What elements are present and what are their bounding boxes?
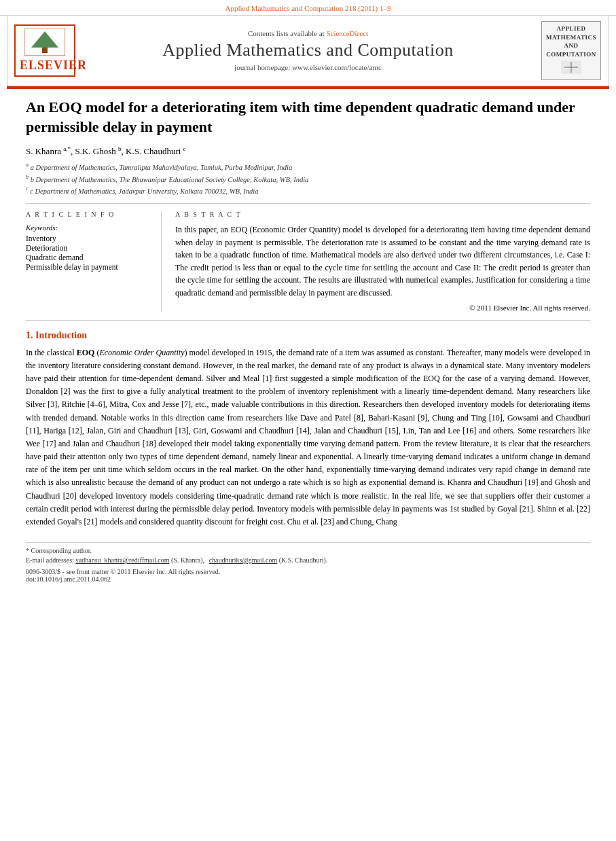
introduction-title: 1. Introduction bbox=[26, 330, 590, 341]
elsevier-logo-box: ELSEVIER bbox=[14, 24, 75, 77]
elsevier-banner: ELSEVIER Contents lists available at Sci… bbox=[7, 16, 609, 86]
elsevier-wordmark: ELSEVIER bbox=[20, 58, 70, 73]
footer-issn: 0096-3003/$ - see front matter © 2011 El… bbox=[26, 568, 590, 583]
banner-center: Contents lists available at ScienceDirec… bbox=[75, 29, 541, 71]
right-logo-icon bbox=[561, 60, 581, 74]
elsevier-tree-icon bbox=[24, 29, 65, 56]
main-content: An EOQ model for a deteriorating item wi… bbox=[0, 97, 616, 584]
article-info-header: A R T I C L E I N F O bbox=[26, 211, 154, 218]
keyword-4: Permissible delay in payment bbox=[26, 263, 154, 271]
email-link-1[interactable]: sudhansu_khanra@rediffmail.com bbox=[75, 556, 169, 564]
journal-top-bar: Applied Mathematics and Computation 218 … bbox=[0, 0, 616, 16]
affiliation-a: a a Department of Mathematics, Tamralipt… bbox=[26, 161, 590, 173]
affiliation-b: b b Department of Mathematics, The Bhawa… bbox=[26, 173, 590, 185]
corresponding-author-footnote: * Corresponding author. bbox=[26, 547, 590, 554]
article-meta: A R T I C L E I N F O Keywords: Inventor… bbox=[26, 211, 590, 312]
copyright: © 2011 Elsevier Inc. All rights reserved… bbox=[175, 304, 590, 312]
elsevier-logo: ELSEVIER bbox=[14, 24, 75, 77]
affiliations: a a Department of Mathematics, Tamralipt… bbox=[26, 161, 590, 196]
keywords-label: Keywords: bbox=[26, 223, 154, 232]
article-info-col: A R T I C L E I N F O Keywords: Inventor… bbox=[26, 211, 162, 312]
journal-title: Applied Mathematics and Computation bbox=[75, 40, 541, 60]
keyword-1: Inventory bbox=[26, 234, 154, 243]
journal-homepage: journal homepage: www.elsevier.com/locat… bbox=[75, 63, 541, 71]
introduction-paragraph-1: In the classical EOQ (Economic Order Qua… bbox=[26, 346, 590, 529]
article-title: An EOQ model for a deteriorating item wi… bbox=[26, 97, 590, 137]
sciencedirect-link: Contents lists available at ScienceDirec… bbox=[75, 29, 541, 37]
keyword-2: Deterioration bbox=[26, 244, 154, 252]
divider-2 bbox=[26, 320, 590, 321]
keyword-3: Quadratic demand bbox=[26, 253, 154, 262]
author-name: S. Khanra bbox=[26, 146, 63, 156]
footer-area: * Corresponding author. E-mail addresses… bbox=[26, 542, 590, 583]
journal-reference: Applied Mathematics and Computation 218 … bbox=[225, 4, 391, 12]
email-footnote: E-mail addresses: sudhansu_khanra@rediff… bbox=[26, 556, 590, 564]
abstract-col: A B S T R A C T In this paper, an EOQ (E… bbox=[175, 211, 590, 312]
authors-line: S. Khanra a,*, S.K. Ghosh b, K.S. Chaudh… bbox=[26, 145, 590, 157]
banner-right: APPLIEDMATHEMATICSANDCOMPUTATION bbox=[541, 21, 602, 80]
svg-rect-2 bbox=[42, 48, 48, 53]
red-separator bbox=[7, 86, 609, 89]
affiliation-c: c c Department of Mathematics, Jadavpur … bbox=[26, 185, 590, 196]
abstract-text: In this paper, an EOQ (Economic Order Qu… bbox=[175, 223, 590, 300]
divider-1 bbox=[26, 203, 590, 204]
abstract-header: A B S T R A C T bbox=[175, 211, 590, 218]
journal-right-logo: APPLIEDMATHEMATICSANDCOMPUTATION bbox=[541, 21, 601, 80]
sciencedirect-anchor[interactable]: ScienceDirect bbox=[326, 29, 368, 37]
email-link-2[interactable]: chaudhuriks@gmail.com bbox=[209, 556, 278, 564]
